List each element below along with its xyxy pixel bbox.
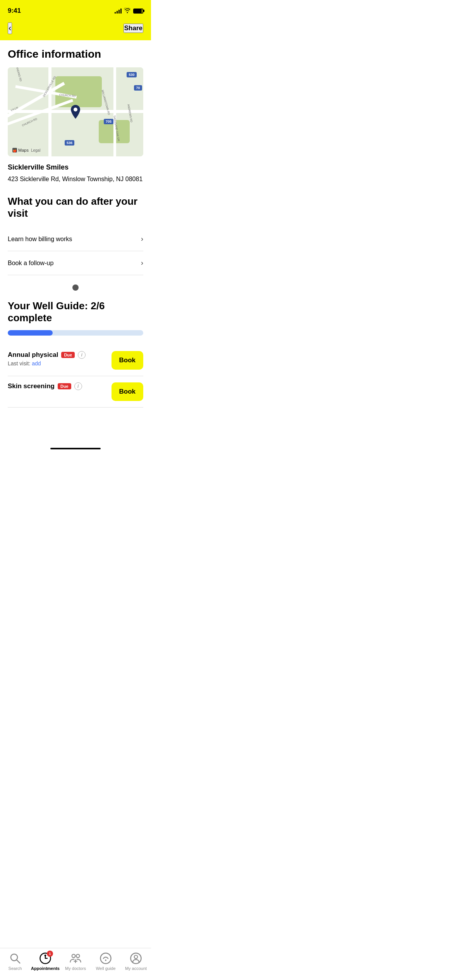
chevron-right-billing-icon: › [141, 235, 143, 243]
skin-screening-name: Skin screening [8, 382, 55, 390]
map-legal[interactable]: Legal [31, 148, 40, 152]
back-button[interactable]: ‹ [8, 22, 12, 34]
status-bar: 9:41 [0, 0, 151, 19]
chevron-right-followup-icon: › [141, 259, 143, 267]
progress-bar-fill [8, 330, 53, 336]
map-label: 🍎 Maps Legal [12, 148, 40, 152]
map-pin [70, 105, 81, 119]
billing-label: Learn how billing works [8, 236, 72, 243]
skin-screening-due-badge: Due [58, 383, 71, 389]
signal-icon [115, 8, 122, 14]
map-badge-530: 530 [127, 72, 136, 77]
office-address: 423 Sicklerville Rd, Winslow Township, N… [8, 175, 143, 184]
progress-bar-container [8, 330, 143, 336]
status-time: 9:41 [8, 7, 21, 15]
annual-physical-item: Annual physical Due i Last visit: add Bo… [8, 345, 143, 376]
dot-separator [8, 275, 143, 300]
skin-screening-book-button[interactable]: Book [112, 382, 144, 401]
maps-label: Maps [18, 148, 29, 152]
status-icons [115, 8, 143, 14]
annual-physical-last-visit: Last visit: add [8, 360, 112, 367]
after-visit-title: What you can do after your visit [8, 195, 143, 219]
map-badge-70: 70 [134, 85, 142, 91]
billing-action[interactable]: Learn how billing works › [8, 227, 143, 251]
map-badge-536: 536 [65, 140, 74, 146]
well-guide-title: Your Well Guide: 2/6 complete [8, 300, 143, 324]
nav-bar: ‹ Share [0, 19, 151, 40]
annual-physical-book-button[interactable]: Book [112, 351, 144, 370]
battery-icon [133, 9, 143, 14]
skin-screening-item: Skin screening Due i Book [8, 376, 143, 408]
annual-physical-add-link[interactable]: add [32, 360, 41, 367]
map-container[interactable]: SICKLERVILLE RD WILLIAMSTOWN RD CHURCH R… [8, 67, 143, 156]
annual-physical-info-icon[interactable]: i [78, 351, 86, 359]
svg-point-0 [74, 108, 77, 111]
followup-label: Book a follow-up [8, 260, 53, 267]
map-badge-705: 705 [104, 119, 113, 124]
home-indicator [50, 448, 101, 449]
office-name: Sicklerville Smiles [8, 163, 143, 171]
skin-screening-info-icon[interactable]: i [74, 382, 82, 390]
share-button[interactable]: Share [124, 24, 143, 33]
page-title: Office information [8, 48, 143, 60]
svg-text:🍎: 🍎 [13, 149, 17, 152]
annual-physical-due-badge: Due [61, 352, 75, 358]
annual-physical-name: Annual physical [8, 351, 58, 359]
followup-action[interactable]: Book a follow-up › [8, 251, 143, 275]
wifi-icon [124, 8, 131, 14]
